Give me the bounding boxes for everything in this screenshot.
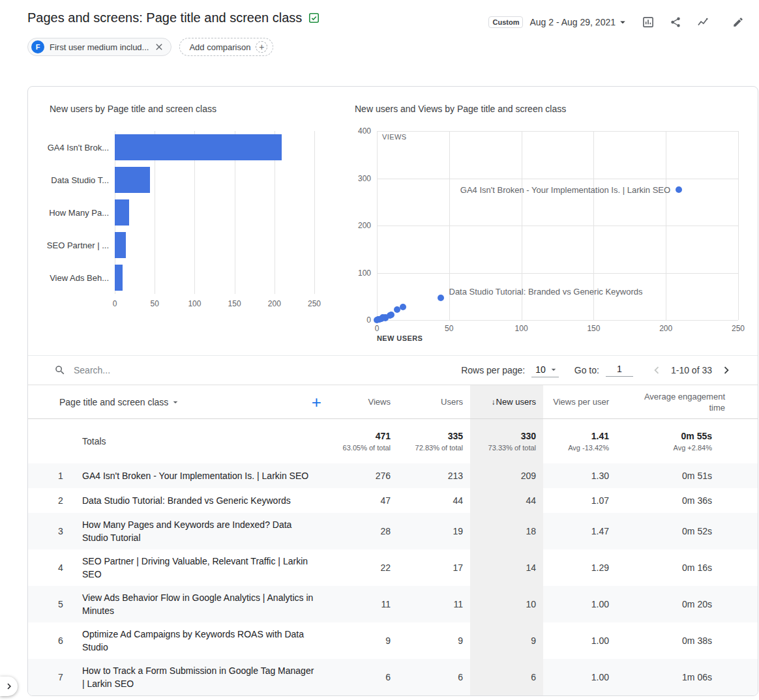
gridline: [666, 131, 666, 320]
column-header-users[interactable]: Users: [398, 385, 470, 418]
search-input[interactable]: [74, 365, 269, 375]
bar-row: [115, 164, 323, 196]
row-new-users: 209: [470, 463, 543, 488]
y-tick-label: 100: [358, 269, 371, 278]
x-tick-label: 200: [659, 324, 672, 333]
gridline: [377, 273, 738, 274]
row-page-title: Optimize Ad Campaigns by Keywords ROAS w…: [82, 622, 336, 659]
comparison-chip[interactable]: F First user medium includ...: [27, 38, 171, 56]
totals-label: Totals: [28, 419, 336, 463]
row-users: 6: [398, 659, 470, 695]
comparison-chip-label: First user medium includ...: [50, 42, 149, 52]
table-row: 4SEO Partner | Driving Valuable, Relevan…: [28, 549, 758, 586]
add-secondary-dimension-button[interactable]: +: [309, 394, 324, 411]
gridline: [377, 131, 378, 320]
x-tick-label: 250: [308, 299, 321, 308]
row-page-title: GA4 Isn't Broken - Your Implementation I…: [82, 463, 336, 488]
bar-category-label: GA4 Isn't Brok...: [50, 131, 115, 164]
column-header-views[interactable]: Views: [336, 385, 398, 418]
table-body: 1GA4 Isn't Broken - Your Implementation …: [28, 463, 758, 695]
row-views: 6: [336, 659, 398, 695]
row-page-title: How Many Pages and Keywords are Indexed?…: [82, 513, 336, 549]
bar-chart: New users by Page title and screen class…: [50, 104, 323, 342]
bar-row: [115, 261, 323, 294]
totals-views-per-user: 1.41Avg -13.42%: [543, 419, 616, 463]
date-range-selector[interactable]: Aug 2 - Aug 29, 2021: [529, 16, 629, 28]
x-tick-label: 0: [375, 324, 380, 333]
table-row: 7How to Track a Form Submission in Googl…: [28, 659, 758, 695]
row-views-per-user: 1.30: [543, 463, 616, 488]
expand-navigation-button[interactable]: [0, 677, 18, 696]
go-to-page-input[interactable]: [606, 364, 633, 377]
scatter-point-4[interactable]: [394, 306, 400, 313]
row-index: 3: [28, 513, 82, 549]
table-row: 6Optimize Ad Campaigns by Keywords ROAS …: [28, 622, 758, 659]
row-views-per-user: 1.00: [543, 586, 616, 622]
row-new-users: 18: [470, 513, 543, 549]
row-index: 6: [28, 622, 82, 659]
row-new-users: 10: [470, 586, 543, 622]
row-views: 28: [336, 513, 398, 549]
table-row: 1GA4 Isn't Broken - Your Implementation …: [28, 463, 758, 488]
share-icon[interactable]: [668, 14, 683, 30]
bar-category-label: SEO Partner | ...: [50, 229, 115, 261]
edit-report-pencil-icon[interactable]: [730, 14, 746, 30]
edit-comparison-icon[interactable]: [640, 14, 656, 30]
go-to-label: Go to:: [574, 365, 599, 375]
row-views-per-user: 1.00: [543, 622, 616, 659]
rows-per-page-value: 10: [535, 364, 546, 375]
bar-chart-title: New users by Page title and screen class: [50, 104, 323, 114]
scatter-chart: New users and Views by Page title and sc…: [355, 104, 738, 342]
scatter-point-1[interactable]: [676, 186, 682, 193]
rows-per-page-select[interactable]: 10: [531, 363, 559, 377]
x-tick-label: 50: [151, 299, 159, 308]
scatter-point-3[interactable]: [400, 304, 406, 310]
column-header-views-per-user[interactable]: Views per user: [543, 385, 616, 418]
row-avg-engagement-time: 0m 16s: [616, 549, 758, 586]
table-toolbar: Rows per page: 10 Go to: 1-10 of 33: [28, 355, 758, 385]
row-users: 9: [398, 622, 470, 659]
comparison-bar: F First user medium includ... Add compar…: [0, 30, 759, 56]
chevron-down-icon: [170, 397, 181, 407]
row-page-title: SEO Partner | Driving Valuable, Relevant…: [82, 549, 336, 586]
row-views-per-user: 1.47: [543, 513, 616, 549]
close-icon[interactable]: [154, 42, 164, 52]
chevron-right-icon: [3, 680, 15, 692]
bar-1[interactable]: [115, 134, 282, 160]
dimension-selector[interactable]: Page title and screen class: [59, 397, 181, 407]
bar-4[interactable]: [115, 232, 126, 258]
row-avg-engagement-time: 0m 51s: [616, 463, 758, 488]
scatter-point-2[interactable]: [438, 295, 444, 301]
row-page-title: How to Track a Form Submission in Google…: [82, 659, 336, 695]
column-header-new-users[interactable]: ↓ New users: [470, 385, 543, 418]
totals-avg-engagement-time: 0m 55sAvg +2.84%: [616, 419, 758, 463]
rows-per-page-label: Rows per page:: [461, 365, 525, 375]
x-tick-label: 100: [515, 324, 528, 333]
bar-row: [115, 196, 323, 229]
row-index: 5: [28, 586, 82, 622]
scatter-plot-area: VIEWS GA4 Isn't Broken - Your Implementa…: [377, 131, 738, 320]
bar-row: [115, 131, 323, 164]
table-header-row: Page title and screen class + Views User…: [28, 385, 758, 419]
y-tick-label: 0: [366, 315, 371, 325]
row-views: 276: [336, 463, 398, 488]
x-tick-label: 250: [732, 324, 745, 333]
totals-views: 47163.05% of total: [336, 419, 398, 463]
insights-icon[interactable]: [695, 14, 711, 30]
previous-page-icon[interactable]: [649, 362, 664, 378]
comparison-avatar: F: [31, 40, 44, 53]
bar-3[interactable]: [115, 199, 129, 226]
row-avg-engagement-time: 0m 36s: [616, 488, 758, 513]
gridline: [738, 131, 739, 320]
row-views: 9: [336, 622, 398, 659]
column-header-avg-engagement-time[interactable]: Average engagement time: [616, 385, 758, 418]
scatter-point-13[interactable]: [374, 317, 380, 323]
row-index: 1: [28, 463, 82, 488]
scatter-point-label: Data Studio Tutorial: Branded vs Generic…: [449, 286, 643, 296]
chevron-down-icon: [617, 16, 629, 28]
data-quality-check-icon[interactable]: [308, 12, 320, 24]
next-page-icon[interactable]: [719, 362, 734, 378]
bar-5[interactable]: [115, 265, 123, 291]
bar-2[interactable]: [115, 167, 150, 193]
add-comparison-button[interactable]: Add comparison +: [179, 38, 273, 56]
